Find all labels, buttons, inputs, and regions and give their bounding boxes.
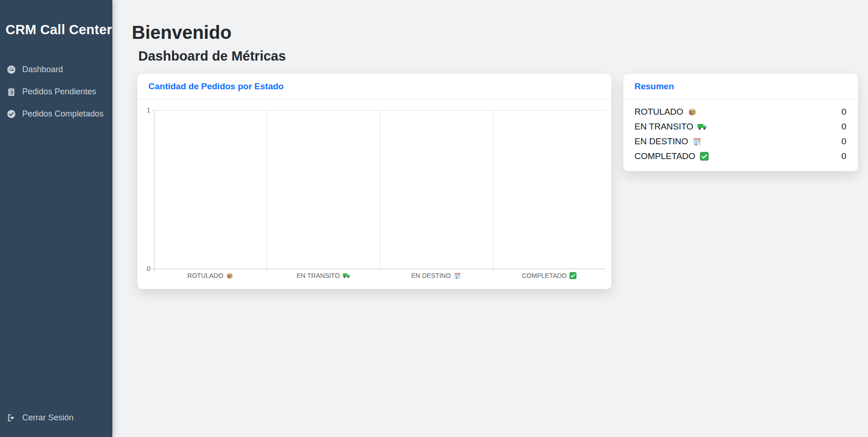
gridline-v1 [267, 110, 267, 271]
x-label-text: EN TRANSITO [296, 272, 340, 279]
app-title: CRM Call Center [6, 22, 112, 37]
sidebar-item-label: Pedidos Pendientes [22, 87, 96, 97]
store-icon [454, 272, 461, 279]
check-icon [569, 272, 577, 279]
chart-card-title: Cantidad de Pedidos por Estado [148, 81, 283, 92]
truck-icon [343, 272, 350, 279]
check-circle-icon [6, 108, 17, 119]
gridline-top [151, 110, 606, 111]
package-icon [226, 272, 234, 279]
sidebar-item-dashboard[interactable]: Dashboard [0, 58, 112, 80]
store-icon [692, 137, 702, 146]
summary-row-value: 0 [841, 107, 846, 117]
summary-row-label: EN TRANSITO [634, 122, 693, 132]
orders-by-status-chart[interactable]: 1 0 ROTULADO EN TRANSITO EN DESTINO [137, 99, 611, 289]
gridline-v3 [493, 110, 493, 271]
summary-rows: ROTULADO 0 EN TRANSITO 0 EN DESTINO 0 CO… [634, 105, 846, 164]
x-label-rotulado: ROTULADO [154, 272, 267, 279]
clipboard-icon [6, 86, 17, 97]
sidebar-item-label: Pedidos Completados [22, 109, 104, 119]
x-label-text: EN DESTINO [411, 272, 451, 279]
y-tick-zero: 0 [137, 265, 150, 272]
check-icon [700, 152, 709, 161]
summary-row-label: EN DESTINO [634, 136, 688, 147]
x-label-text: COMPLETADO [522, 272, 567, 279]
summary-row-value: 0 [841, 122, 846, 132]
logout-label: Cerrar Sesión [22, 413, 74, 423]
x-label-text: ROTULADO [187, 272, 223, 279]
orders-by-status-card: Cantidad de Pedidos por Estado 1 0 ROTUL… [137, 74, 611, 289]
gauge-icon [6, 64, 17, 75]
logout-button[interactable]: Cerrar Sesión [0, 406, 112, 429]
summary-card: Resumen ROTULADO 0 EN TRANSITO 0 EN DEST… [623, 74, 858, 171]
package-icon [688, 107, 697, 117]
gridline-v2 [380, 110, 380, 271]
sidebar-item-pedidos-completados[interactable]: Pedidos Completados [0, 103, 112, 125]
y-axis-line [154, 110, 154, 271]
summary-row-en-destino: EN DESTINO 0 [634, 134, 846, 149]
summary-row-rotulado: ROTULADO 0 [634, 105, 846, 119]
summary-row-value: 0 [841, 151, 846, 161]
y-tick-max: 1 [137, 106, 150, 114]
summary-row-en-transito: EN TRANSITO 0 [634, 119, 846, 134]
sign-out-icon [6, 412, 17, 423]
summary-row-completado: COMPLETADO 0 [634, 149, 846, 164]
x-axis-line [151, 269, 606, 269]
main-content: Bienvenido Dashboard de Métricas Cantida… [112, 0, 868, 437]
summary-row-value: 0 [841, 136, 846, 147]
summary-card-title: Resumen [634, 81, 674, 92]
truck-icon [697, 122, 707, 131]
x-label-en-destino: EN DESTINO [380, 272, 492, 279]
summary-card-header: Resumen [623, 74, 858, 99]
sidebar: CRM Call Center Dashboard Pedidos Pendie… [0, 0, 112, 437]
x-label-completado: COMPLETADO [493, 272, 606, 279]
sidebar-item-pedidos-pendientes[interactable]: Pedidos Pendientes [0, 80, 112, 103]
page-subtitle: Dashboard de Métricas [138, 49, 286, 64]
summary-row-label: COMPLETADO [634, 151, 696, 161]
sidebar-item-label: Dashboard [22, 65, 63, 74]
summary-row-label: ROTULADO [634, 107, 683, 117]
sidebar-nav: Dashboard Pedidos Pendientes Pedidos Com… [0, 58, 112, 125]
page-title: Bienvenido [132, 22, 232, 43]
x-label-en-transito: EN TRANSITO [267, 272, 380, 279]
chart-card-header: Cantidad de Pedidos por Estado [137, 74, 611, 99]
